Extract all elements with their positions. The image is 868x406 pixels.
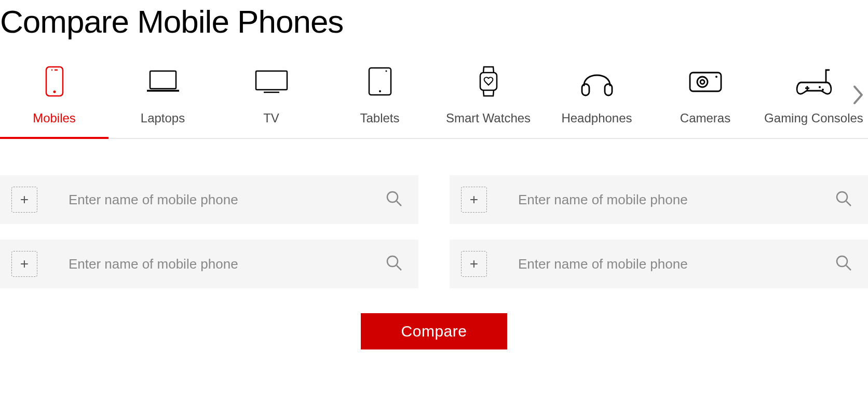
chevron-right-icon[interactable] bbox=[851, 83, 866, 108]
tab-label: Gaming Consoles bbox=[764, 111, 863, 125]
tab-smart-watches[interactable]: Smart Watches bbox=[434, 55, 542, 138]
headphones-icon bbox=[579, 63, 615, 100]
add-item-button[interactable]: + bbox=[11, 187, 37, 213]
tab-tablets[interactable]: Tablets bbox=[326, 55, 434, 138]
tab-label: Headphones bbox=[561, 111, 632, 125]
svg-point-28 bbox=[837, 256, 847, 267]
compare-slot-1: + bbox=[0, 175, 418, 224]
svg-rect-12 bbox=[582, 84, 589, 95]
compare-row: Compare bbox=[0, 313, 868, 349]
svg-point-24 bbox=[837, 192, 847, 202]
product-search-input[interactable] bbox=[51, 256, 372, 272]
search-icon bbox=[385, 190, 403, 209]
svg-line-23 bbox=[397, 201, 401, 206]
svg-point-16 bbox=[700, 80, 704, 84]
tab-label: Cameras bbox=[680, 111, 730, 125]
tv-icon bbox=[254, 63, 289, 100]
svg-point-15 bbox=[697, 77, 708, 87]
page-title: Compare Mobile Phones bbox=[0, 0, 868, 55]
svg-line-29 bbox=[846, 265, 851, 270]
svg-rect-14 bbox=[690, 73, 721, 91]
tab-mobiles[interactable]: Mobiles bbox=[0, 55, 108, 138]
svg-line-27 bbox=[397, 265, 401, 270]
tab-label: Smart Watches bbox=[446, 111, 531, 125]
add-item-button[interactable]: + bbox=[11, 251, 37, 277]
search-icon bbox=[835, 190, 852, 209]
tab-label: Mobiles bbox=[33, 111, 76, 125]
category-tabs: Mobiles Laptops TV bbox=[0, 55, 868, 139]
search-icon bbox=[385, 254, 403, 274]
tab-tv[interactable]: TV bbox=[217, 55, 326, 138]
add-item-button[interactable]: + bbox=[461, 187, 487, 213]
compare-button[interactable]: Compare bbox=[361, 313, 508, 349]
svg-point-20 bbox=[819, 86, 821, 88]
svg-point-10 bbox=[379, 90, 381, 92]
product-search-input[interactable] bbox=[500, 192, 821, 208]
compare-slot-4: + bbox=[450, 240, 868, 288]
svg-point-17 bbox=[715, 76, 717, 78]
compare-slot-2: + bbox=[450, 175, 868, 224]
svg-point-26 bbox=[387, 256, 398, 267]
add-item-button[interactable]: + bbox=[461, 251, 487, 277]
svg-point-9 bbox=[385, 71, 387, 72]
svg-rect-11 bbox=[480, 73, 497, 90]
svg-point-22 bbox=[387, 192, 398, 202]
camera-icon bbox=[688, 63, 723, 100]
svg-point-21 bbox=[822, 89, 824, 91]
mobile-icon bbox=[44, 63, 65, 100]
gamepad-icon bbox=[795, 63, 833, 100]
product-search-input[interactable] bbox=[500, 256, 821, 272]
tab-label: Laptops bbox=[141, 111, 185, 125]
svg-point-3 bbox=[53, 91, 56, 93]
svg-rect-6 bbox=[256, 71, 287, 90]
tablet-icon bbox=[368, 63, 392, 100]
tab-cameras[interactable]: Cameras bbox=[651, 55, 760, 138]
product-search-input[interactable] bbox=[51, 192, 372, 208]
svg-rect-4 bbox=[150, 71, 176, 89]
tab-label: Tablets bbox=[360, 111, 399, 125]
compare-slots: + + + + bbox=[0, 175, 868, 288]
compare-slot-3: + bbox=[0, 240, 418, 288]
svg-line-25 bbox=[846, 201, 851, 206]
tab-laptops[interactable]: Laptops bbox=[108, 55, 217, 138]
smartwatch-icon bbox=[477, 63, 500, 100]
tab-headphones[interactable]: Headphones bbox=[542, 55, 651, 138]
laptop-icon bbox=[146, 63, 180, 100]
svg-rect-13 bbox=[605, 84, 612, 95]
tab-label: TV bbox=[263, 111, 279, 125]
search-icon bbox=[835, 254, 852, 274]
